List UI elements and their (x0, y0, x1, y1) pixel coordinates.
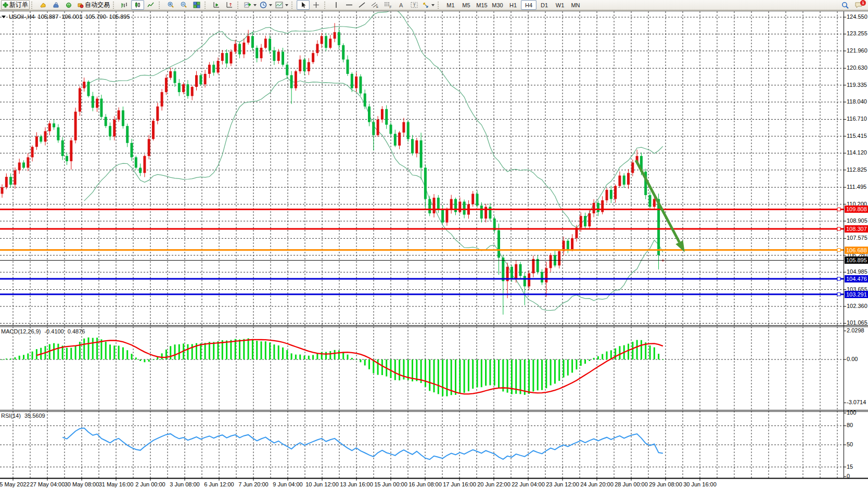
candle (118, 110, 120, 120)
auto-scroll-button[interactable] (210, 0, 223, 10)
macd-histogram-bar (269, 342, 271, 359)
macd-histogram-bar (88, 338, 90, 359)
candle (502, 258, 504, 281)
candle (204, 74, 207, 84)
line-chart-button[interactable] (144, 0, 157, 10)
text-button[interactable]: A (394, 0, 407, 10)
candle (372, 122, 375, 135)
horizontal-line-button[interactable] (342, 0, 355, 10)
macd-histogram-bar (584, 359, 586, 364)
macd-histogram-bar (576, 359, 577, 369)
chart-canvas[interactable] (0, 11, 868, 489)
bar-chart-button[interactable] (118, 0, 131, 10)
zoom-in-icon (167, 2, 174, 8)
macd-histogram-bar (606, 352, 608, 359)
candle (584, 216, 586, 226)
macd-histogram-bar (325, 352, 327, 359)
hline-handle[interactable] (837, 293, 840, 296)
chart-shift-button[interactable] (223, 0, 236, 10)
candle (653, 199, 656, 207)
hline-handle[interactable] (837, 208, 840, 211)
equidistant-channel-button[interactable]: E (368, 0, 381, 10)
vertical-line-icon (334, 2, 339, 8)
candle (161, 92, 163, 107)
candle (229, 52, 232, 63)
macd-histogram-bar (299, 355, 301, 359)
timeframe-H1[interactable]: H1 (505, 0, 521, 10)
candle (528, 273, 530, 286)
candle (178, 83, 181, 93)
time-axis[interactable]: 25 May 202227 May 04:0030 May 08:0031 Ma… (0, 479, 868, 489)
macd-histogram-bar (580, 359, 582, 366)
candle (316, 44, 318, 53)
arrows-button[interactable] (420, 0, 436, 10)
indicators-button[interactable] (242, 0, 258, 10)
macd-histogram-bar (230, 340, 232, 359)
vertical-line-button[interactable] (329, 0, 342, 10)
templates-button[interactable] (274, 0, 290, 10)
horizontal-line-icon (346, 2, 353, 8)
macd-histogram-bar (312, 355, 314, 359)
navigator-button[interactable] (62, 0, 75, 10)
macd-histogram-bar (135, 357, 137, 359)
text-label-button[interactable]: T (407, 0, 420, 10)
new-order-button[interactable]: 新订单 (1, 0, 30, 10)
candle (476, 194, 479, 206)
timeframe-W1[interactable]: W1 (552, 0, 568, 10)
toolbar: 新订单 自动交易 (0, 0, 868, 10)
hline-handle[interactable] (837, 227, 840, 230)
macd-histogram-bar (433, 359, 435, 392)
candle (195, 75, 198, 87)
candle (109, 126, 111, 136)
macd-histogram-bar (368, 359, 370, 369)
macd-histogram-bar (636, 340, 638, 359)
arrows-icon (422, 2, 429, 8)
fibonacci-button[interactable]: F (381, 0, 394, 10)
chart-area[interactable]: USOil-,H4 105.887 106.001 105.790 105.89… (0, 11, 868, 489)
candle (338, 32, 340, 45)
market-watch-button[interactable] (36, 0, 49, 10)
macd-histogram-bar (226, 341, 227, 359)
candle (381, 109, 384, 120)
macd-histogram-bar (92, 338, 94, 359)
macd-histogram-bar (641, 340, 642, 359)
search-button[interactable] (839, 0, 852, 10)
tile-windows-button[interactable] (190, 0, 203, 10)
macd-histogram-bar (485, 359, 487, 385)
price-badge: 106.688 (845, 247, 868, 254)
timeframe-H4[interactable]: H4 (521, 0, 537, 10)
macd-histogram-bar (464, 359, 465, 393)
cursor-button[interactable] (297, 0, 310, 10)
candlestick-chart-button[interactable] (131, 0, 144, 10)
timeframe-MN[interactable]: MN (568, 0, 583, 10)
indicators-icon (244, 2, 251, 8)
timeframe-M5[interactable]: M5 (458, 0, 474, 10)
periods-button[interactable] (258, 0, 274, 10)
zoom-out-button[interactable] (177, 0, 190, 10)
candle (225, 53, 228, 63)
zoom-in-button[interactable] (164, 0, 177, 10)
macd-histogram-bar (571, 359, 573, 372)
crosshair-icon (313, 2, 320, 8)
trendline-button[interactable] (355, 0, 368, 10)
candle (48, 123, 51, 131)
hline-handle[interactable] (837, 249, 840, 252)
candle (126, 126, 129, 143)
autotrading-label: 自动交易 (85, 1, 110, 9)
crosshair-button[interactable] (310, 0, 323, 10)
notifications-button[interactable]: 1 (852, 0, 865, 10)
macd-histogram-bar (70, 348, 72, 359)
macd-histogram-bar (66, 348, 68, 359)
hline-handle[interactable] (837, 277, 840, 280)
macd-histogram-bar (662, 359, 663, 360)
timeframe-M30[interactable]: M30 (490, 0, 505, 10)
data-window-button[interactable] (49, 0, 62, 10)
timeframe-D1[interactable]: D1 (537, 0, 552, 10)
timeframe-M15[interactable]: M15 (474, 0, 490, 10)
candle (385, 109, 388, 125)
candle (545, 268, 547, 282)
candle (550, 255, 552, 268)
macd-histogram-bar (261, 341, 262, 359)
autotrading-button[interactable]: 自动交易 (75, 0, 111, 10)
timeframe-M1[interactable]: M1 (443, 0, 458, 10)
